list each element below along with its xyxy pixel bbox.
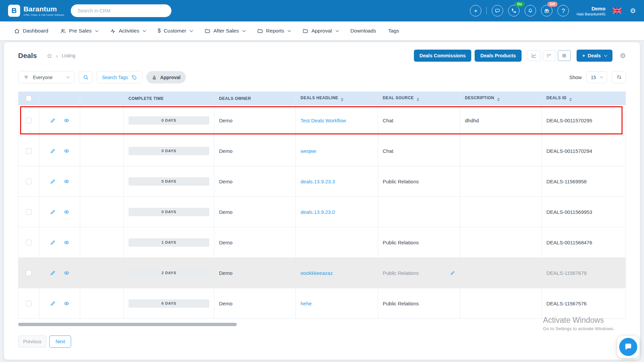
add-deals-button[interactable]: + Deals (577, 50, 612, 62)
previous-page-button[interactable]: Previous (18, 336, 46, 348)
table-row[interactable]: 2 DAYS Demo oookkkeeazaz Public Relation… (18, 258, 626, 288)
view-icon[interactable] (64, 301, 69, 306)
row-checkbox[interactable] (26, 209, 32, 215)
table-row[interactable]: 0 DAYS Demo deals.13.9.23.3 Public Relat… (18, 166, 626, 197)
crm-search-input[interactable] (71, 4, 171, 17)
description-cell (460, 166, 542, 197)
view-icon[interactable] (64, 118, 69, 123)
table-search-button[interactable] (78, 71, 93, 83)
nav-downloads[interactable]: Downloads (351, 28, 376, 34)
search-tags-button[interactable]: Search Tags (97, 71, 142, 83)
nav-reports[interactable]: Reports (257, 28, 290, 34)
edit-icon[interactable] (50, 179, 56, 184)
deal-source-cell: Chat (378, 105, 460, 136)
deals-owner-cell: Demo (214, 227, 296, 258)
blank-header (80, 92, 124, 105)
chat-icon[interactable] (492, 5, 503, 16)
nav-dashboard[interactable]: Dashboard (14, 28, 48, 34)
row-checkbox[interactable] (26, 270, 32, 276)
select-all-checkbox[interactable] (26, 96, 32, 101)
scrollbar-thumb[interactable] (18, 323, 237, 326)
description-cell (460, 136, 542, 166)
chevron-down-icon (604, 53, 607, 57)
nav-pre-sales[interactable]: Pre Sales (60, 28, 98, 34)
deals-headline-link[interactable]: Test Deals Workflow (301, 118, 346, 123)
col-description[interactable]: DESCRIPTION (460, 92, 542, 105)
table-settings-gear-icon[interactable]: ⚙ (620, 52, 626, 60)
deals-id-cell: DEALS-11569958 (542, 166, 626, 197)
row-checkbox[interactable] (26, 148, 32, 154)
blank-cell (80, 288, 124, 319)
edit-icon[interactable] (50, 118, 56, 123)
row-checkbox[interactable] (26, 301, 32, 306)
blank-cell (80, 105, 124, 136)
chart-view-button[interactable] (528, 50, 540, 61)
table-row[interactable]: 1 DAYS Demo Public Relations DEALS-00115… (18, 227, 626, 258)
deals-headline-link[interactable]: oookkkeeazaz (301, 270, 333, 276)
deals-headline-link[interactable]: deals.13.9.23.0 (301, 209, 335, 215)
kanban-view-button[interactable] (543, 50, 555, 61)
crm-search (71, 4, 171, 17)
deal-source-cell: Public Relations (378, 166, 460, 197)
nav-after-sales[interactable]: After Sales (205, 28, 245, 34)
breadcrumb-home-icon[interactable] (47, 53, 52, 58)
quick-add-button[interactable]: + (470, 5, 481, 16)
row-checkbox[interactable] (26, 240, 32, 245)
next-page-button[interactable]: Next (49, 336, 71, 348)
nav-tags[interactable]: Tags (388, 28, 399, 34)
deals-owner-cell: Demo (214, 258, 296, 288)
deals-products-button[interactable]: Deals Products (475, 50, 522, 62)
view-icon[interactable] (64, 270, 69, 276)
table-row[interactable]: 6 DAYS Demo hehe Public Relations DEALS-… (18, 288, 626, 319)
col-deals-id[interactable]: DEALS ID (542, 92, 626, 105)
col-complete-time: COMPLETE TIME (124, 92, 214, 105)
deals-headline-link[interactable]: deals.13.9.23.3 (301, 179, 335, 184)
view-icon[interactable] (64, 179, 69, 184)
edit-icon[interactable] (50, 209, 56, 215)
nav-activities[interactable]: Activities (110, 28, 146, 34)
user-menu[interactable]: Demo Halo BarantumHG (577, 6, 605, 16)
table-row[interactable]: 0 DAYS Demo deals.13.9.23.0 DEALS-001156… (18, 197, 626, 227)
col-deal-source[interactable]: DEAL SOURCE (378, 92, 460, 105)
edit-icon[interactable] (50, 270, 56, 276)
brand-tagline: CRM, Chats, & Call Center Software (23, 13, 64, 16)
deals-headline-link[interactable]: hehe (301, 301, 312, 306)
deals-id-cell: DEALS-11567576 (542, 288, 626, 319)
settings-gear-icon[interactable]: ⚙ (630, 7, 636, 15)
col-deals-headline[interactable]: DEALS HEADLINE (296, 92, 378, 105)
deals-owner-cell: Demo (214, 136, 296, 166)
live-chat-fab[interactable] (617, 336, 639, 358)
row-checkbox[interactable] (26, 118, 32, 123)
bell-icon[interactable] (525, 5, 536, 16)
view-icon[interactable] (64, 148, 69, 154)
deals-headline-link[interactable]: weqwe (301, 148, 316, 154)
view-icon[interactable] (64, 240, 69, 245)
scope-filter-dropdown[interactable]: Everyone (18, 71, 74, 83)
nav-customer[interactable]: $ Customer (158, 28, 193, 34)
plus-icon: + (474, 8, 478, 14)
breadcrumb: › Listing (47, 53, 75, 59)
table-row[interactable]: 0 DAYS Demo weqwe Chat DEALS-0011570294 (18, 136, 626, 166)
view-icon[interactable] (64, 209, 69, 215)
list-view-button[interactable] (558, 50, 571, 61)
phone-icon[interactable]: On (508, 5, 520, 16)
approval-filter-button[interactable]: Approval (146, 71, 186, 83)
description-cell (460, 288, 542, 319)
page-size-dropdown[interactable]: 15 (586, 71, 607, 83)
edit-icon[interactable] (50, 301, 56, 306)
edit-icon[interactable] (50, 148, 56, 154)
description-cell (460, 258, 542, 288)
help-icon[interactable]: ? (557, 5, 569, 16)
edit-icon[interactable] (50, 240, 56, 245)
deals-commissions-button[interactable]: Deals Commissions (414, 50, 472, 62)
nav-approval[interactable]: Approval (303, 28, 338, 34)
horizontal-scrollbar (18, 323, 626, 326)
edit-source-icon[interactable] (450, 270, 455, 276)
language-flag-uk-icon[interactable] (612, 8, 622, 14)
row-checkbox[interactable] (26, 179, 32, 184)
brand[interactable]: B Barantum CRM, Chats, & Call Center Sof… (8, 5, 64, 17)
gift-icon[interactable]: Off (541, 5, 552, 16)
table-row[interactable]: 0 DAYS Demo Test Deals Workflow Chat dhd… (18, 105, 626, 136)
top-header: B Barantum CRM, Chats, & Call Center Sof… (0, 0, 644, 21)
sort-order-button[interactable] (612, 71, 626, 83)
